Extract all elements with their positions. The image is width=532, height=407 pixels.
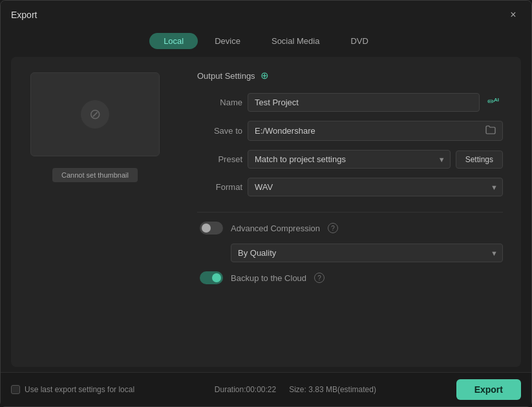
- advanced-compression-row: Advanced Compression ?: [197, 222, 503, 235]
- tab-bar: Local Device Social Media DVD: [1, 28, 531, 57]
- close-button[interactable]: ×: [505, 7, 521, 23]
- quality-select-wrapper: By Quality ▼: [231, 244, 503, 262]
- advanced-compression-toggle[interactable]: [200, 222, 223, 235]
- svg-text:AI: AI: [494, 97, 499, 103]
- export-button[interactable]: Export: [456, 379, 521, 400]
- preset-settings-button[interactable]: Settings: [456, 151, 503, 169]
- divider: [197, 212, 503, 213]
- backup-cloud-row: Backup to the Cloud ?: [197, 271, 503, 284]
- format-label: Format: [197, 182, 242, 192]
- name-input[interactable]: [248, 93, 480, 112]
- format-row: Format WAV ▼: [197, 178, 503, 196]
- output-settings-icon: ⊕: [261, 70, 269, 81]
- save-path-text: E:/Wondershare: [255, 126, 485, 136]
- content-area: ⊘ Cannot set thumbnail Output Settings ⊕…: [1, 57, 531, 372]
- thumbnail-button[interactable]: Cannot set thumbnail: [52, 168, 138, 182]
- preset-select-wrapper: Match to project settings ▼: [248, 150, 451, 169]
- preset-label: Preset: [197, 154, 242, 164]
- section-title: Output Settings ⊕: [197, 70, 503, 81]
- export-dialog: Export × Local Device Social Media DVD ⊘…: [0, 0, 532, 407]
- main-panel: ⊘ Cannot set thumbnail Output Settings ⊕…: [11, 57, 521, 367]
- advanced-compression-help-icon[interactable]: ?: [328, 223, 338, 233]
- save-to-row: Save to E:/Wondershare: [197, 121, 503, 141]
- footer-left: Use last export settings for local: [11, 385, 134, 394]
- format-select[interactable]: WAV: [248, 178, 503, 196]
- last-settings-checkbox[interactable]: [11, 385, 20, 394]
- browse-folder-button[interactable]: [485, 125, 496, 136]
- tab-device[interactable]: Device: [200, 33, 255, 49]
- quality-row: By Quality ▼: [197, 244, 503, 262]
- last-settings-label: Use last export settings for local: [25, 385, 134, 394]
- save-path-display: E:/Wondershare: [248, 121, 503, 141]
- tab-local[interactable]: Local: [149, 33, 198, 49]
- name-row: Name ✏ AI: [197, 93, 503, 112]
- preset-row: Preset Match to project settings ▼ Setti…: [197, 150, 503, 169]
- quality-select[interactable]: By Quality: [231, 244, 503, 262]
- window-title: Export: [11, 10, 37, 20]
- backup-cloud-help-icon[interactable]: ?: [314, 273, 325, 283]
- preset-select[interactable]: Match to project settings: [248, 150, 451, 169]
- size-text: Size: 3.83 MB(estimated): [289, 385, 376, 394]
- format-select-wrapper: WAV ▼: [248, 178, 503, 196]
- backup-cloud-toggle[interactable]: [200, 271, 223, 284]
- last-settings-checkbox-label[interactable]: Use last export settings for local: [11, 385, 134, 394]
- thumbnail-box: ⊘: [30, 72, 160, 156]
- settings-panel: Output Settings ⊕ Name ✏ AI: [179, 57, 521, 367]
- tab-social-media[interactable]: Social Media: [257, 33, 334, 49]
- backup-cloud-label: Backup to the Cloud: [231, 273, 306, 283]
- thumbnail-placeholder-icon: ⊘: [81, 100, 109, 129]
- preview-panel: ⊘ Cannot set thumbnail: [11, 57, 179, 367]
- tab-dvd[interactable]: DVD: [336, 33, 382, 49]
- footer: Use last export settings for local Durat…: [1, 372, 531, 406]
- ai-rename-button[interactable]: ✏ AI: [485, 94, 503, 110]
- name-label: Name: [197, 98, 242, 107]
- save-to-label: Save to: [197, 126, 242, 136]
- advanced-compression-label: Advanced Compression: [231, 224, 320, 233]
- duration-text: Duration:00:00:22: [215, 385, 276, 394]
- title-bar: Export ×: [1, 1, 531, 28]
- footer-meta: Duration:00:00:22 Size: 3.83 MB(estimate…: [215, 385, 376, 394]
